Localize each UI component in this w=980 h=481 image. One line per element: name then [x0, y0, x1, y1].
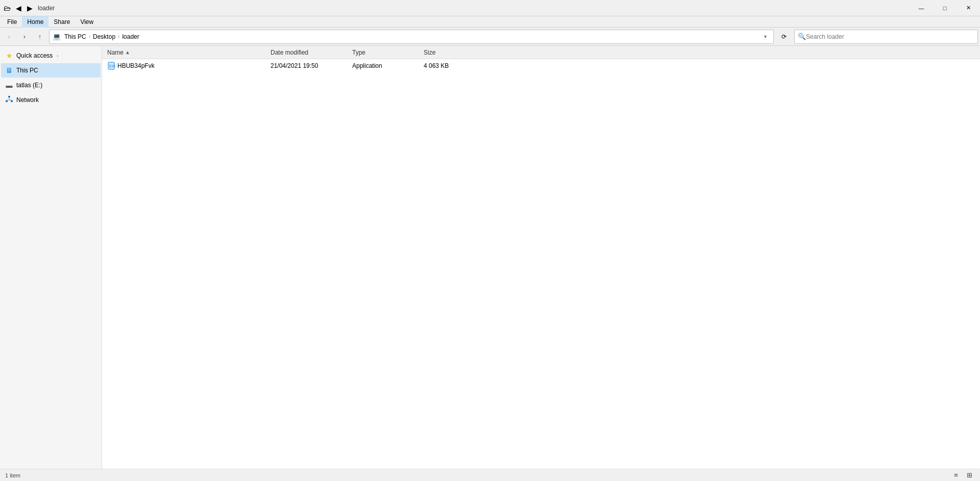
sidebar-label-network: Network	[16, 96, 39, 104]
file-date: 21/04/2021 19:50	[271, 62, 352, 69]
breadcrumb-this-pc[interactable]: This PC	[63, 33, 88, 41]
sidebar-label-tatlas: tatlas (E:)	[16, 82, 42, 89]
window-controls: — □ ✕	[910, 0, 980, 16]
title-bar-back-icon[interactable]: ◀	[13, 3, 23, 13]
menu-file[interactable]: File	[2, 16, 22, 28]
chevron-icon: ›	[57, 53, 58, 59]
title-bar-app-icon[interactable]: 🗁	[2, 3, 12, 13]
file-list: EXE HBUB34pFvk 21/04/2021 19:50 Applicat…	[102, 59, 980, 469]
star-icon: ★	[5, 52, 13, 60]
navigation-bar: ‹ › ↑ 💻 This PC › Desktop › loader ▾ ⟳ 🔍	[0, 28, 980, 46]
file-size: 4 063 KB	[424, 62, 485, 69]
sidebar-label-quick-access: Quick access	[16, 52, 53, 59]
forward-button[interactable]: ›	[17, 30, 32, 44]
menu-bar: File Home Share View	[0, 16, 980, 28]
sidebar-item-tatlas-e[interactable]: ▬ tatlas (E:)	[1, 78, 101, 92]
list-view-button[interactable]: ≡	[950, 470, 962, 481]
network-icon	[5, 96, 13, 104]
breadcrumb-loader[interactable]: loader	[120, 33, 140, 41]
file-name: EXE HBUB34pFvk	[107, 62, 271, 70]
col-header-date[interactable]: Date modified	[271, 49, 352, 56]
item-count: 1 item	[5, 472, 20, 478]
sidebar-item-network[interactable]: Network	[1, 93, 101, 107]
title-bar: 🗁 ◀ ▶ loader — □ ✕	[0, 0, 980, 16]
sidebar: ★ Quick access › 🖥 This PC ▬ tatlas (E:)	[0, 46, 102, 469]
title-bar-forward-icon[interactable]: ▶	[24, 3, 35, 13]
pc-icon: 💻	[53, 33, 61, 40]
breadcrumb-desktop[interactable]: Desktop	[91, 33, 117, 41]
back-button[interactable]: ‹	[2, 30, 16, 44]
col-header-size[interactable]: Size	[424, 49, 485, 56]
drive-icon: ▬	[5, 81, 13, 89]
menu-share[interactable]: Share	[48, 16, 75, 28]
pc-icon: 🖥	[5, 66, 13, 74]
window-title: loader	[38, 5, 55, 12]
search-icon: 🔍	[798, 33, 806, 40]
refresh-button[interactable]: ⟳	[777, 30, 791, 44]
status-view-controls: ≡ ⊞	[950, 470, 975, 481]
file-type: Application	[352, 62, 424, 69]
table-row[interactable]: EXE HBUB34pFvk 21/04/2021 19:50 Applicat…	[107, 59, 975, 72]
menu-view[interactable]: View	[75, 16, 99, 28]
column-headers: Name ▲ Date modified Type Size	[102, 46, 980, 59]
sidebar-label-this-pc: This PC	[16, 67, 38, 74]
file-area: Name ▲ Date modified Type Size EXE	[102, 46, 980, 469]
status-bar: 1 item ≡ ⊞	[0, 469, 980, 481]
minimize-button[interactable]: —	[910, 0, 933, 16]
col-header-type[interactable]: Type	[352, 49, 424, 56]
breadcrumb: 💻 This PC › Desktop › loader	[53, 33, 760, 41]
address-bar[interactable]: 💻 This PC › Desktop › loader ▾	[49, 30, 774, 44]
breadcrumb-sep-2: ›	[118, 34, 119, 39]
file-app-icon: EXE	[107, 62, 115, 70]
maximize-button[interactable]: □	[933, 0, 957, 16]
main-layout: ★ Quick access › 🖥 This PC ▬ tatlas (E:)	[0, 46, 980, 469]
up-button[interactable]: ↑	[33, 30, 47, 44]
menu-home[interactable]: Home	[22, 16, 48, 28]
search-box[interactable]: 🔍	[794, 30, 978, 44]
grid-view-button[interactable]: ⊞	[964, 470, 975, 481]
address-dropdown-button[interactable]: ▾	[760, 34, 770, 39]
title-bar-icons: 🗁 ◀ ▶	[2, 3, 35, 13]
sidebar-item-this-pc[interactable]: 🖥 This PC	[1, 63, 101, 78]
close-button[interactable]: ✕	[957, 0, 980, 16]
sidebar-item-quick-access[interactable]: ★ Quick access ›	[1, 48, 101, 63]
svg-rect-1	[6, 100, 8, 102]
breadcrumb-sep-1: ›	[89, 34, 90, 39]
svg-rect-2	[11, 100, 13, 102]
svg-rect-0	[8, 96, 10, 97]
col-header-name[interactable]: Name ▲	[107, 49, 271, 56]
search-input[interactable]	[806, 33, 974, 40]
svg-text:EXE: EXE	[109, 64, 115, 68]
